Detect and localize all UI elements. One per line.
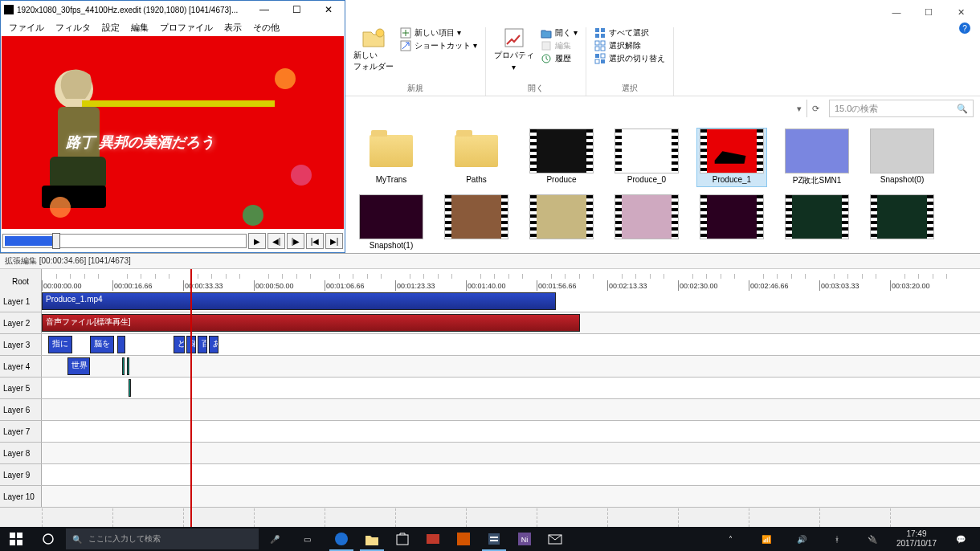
track[interactable]: 音声ファイル[標準再生] <box>42 312 980 333</box>
explorer-minimize-button[interactable]: — <box>880 3 913 21</box>
app-edge[interactable] <box>326 527 357 551</box>
layer-label[interactable]: Layer 10 <box>0 486 42 507</box>
layer-label[interactable]: Layer 7 <box>0 421 42 442</box>
file-item[interactable]: Produce <box>527 129 596 186</box>
start-button[interactable] <box>0 527 32 551</box>
go-end-button[interactable]: ▶| <box>325 233 343 249</box>
file-item[interactable]: Snapshot(1) <box>357 194 426 250</box>
track[interactable] <box>42 421 980 442</box>
file-item[interactable]: Paths <box>442 129 511 186</box>
nav-dropdown[interactable]: ▾ <box>797 104 802 114</box>
select-none-button[interactable]: 選択解除 <box>594 40 665 51</box>
track[interactable] <box>42 399 980 420</box>
menu-item[interactable]: ファイル <box>4 20 49 35</box>
bluetooth-icon[interactable]: ᚼ <box>821 527 853 551</box>
clip[interactable]: 百 <box>198 336 207 353</box>
mic-button[interactable]: 🎤 <box>259 527 291 551</box>
file-item[interactable]: MyTrans <box>357 129 426 186</box>
menu-item[interactable]: 設定 <box>97 20 125 35</box>
task-view-button[interactable]: ▭ <box>291 527 323 551</box>
clip[interactable]: 音声ファイル[標準再生] <box>42 314 580 332</box>
file-item[interactable]: Produce_1 <box>697 129 766 186</box>
explorer-maximize-button[interactable]: ☐ <box>913 3 945 21</box>
layer-label[interactable]: Layer 3 <box>0 334 42 355</box>
prev-frame-button[interactable]: ◀| <box>267 233 285 249</box>
clip[interactable]: Produce_1.mp4 <box>42 292 556 310</box>
app-orange[interactable] <box>448 527 479 551</box>
track[interactable]: 世界 <box>42 356 980 377</box>
clip[interactable]: ど <box>174 336 185 353</box>
layer-label[interactable]: Layer 2 <box>0 312 42 333</box>
explorer-close-button[interactable]: ✕ <box>945 3 977 21</box>
maximize-button[interactable]: ☐ <box>280 1 312 18</box>
file-item[interactable]: Produce_0 <box>612 129 681 186</box>
clip[interactable]: あ <box>209 336 218 353</box>
layer-label[interactable]: Layer 8 <box>0 443 42 463</box>
new-folder-button[interactable]: 新しい フォルダー <box>353 27 394 72</box>
volume-icon[interactable]: 🔊 <box>786 527 818 551</box>
app-explorer[interactable] <box>357 527 387 551</box>
menu-item[interactable]: フィルタ <box>51 20 96 35</box>
file-item[interactable]: Snapshot(0) <box>868 129 937 186</box>
file-item[interactable] <box>868 194 937 250</box>
file-item[interactable] <box>442 194 511 250</box>
layer-label[interactable]: Layer 9 <box>0 464 42 485</box>
clip[interactable] <box>129 379 131 397</box>
clip[interactable] <box>127 357 129 375</box>
search-input[interactable]: 15.0の検索 🔍 <box>829 100 974 117</box>
menu-item[interactable]: 表示 <box>219 20 247 35</box>
track[interactable]: Produce_1.mp4 <box>42 291 980 312</box>
tray-up-icon[interactable]: ˄ <box>715 527 747 551</box>
close-button[interactable]: ✕ <box>312 1 345 18</box>
track[interactable] <box>42 443 980 463</box>
layer-label[interactable]: Layer 5 <box>0 378 42 398</box>
clip[interactable] <box>117 336 125 353</box>
select-invert-button[interactable]: 選択の切り替え <box>594 53 665 64</box>
play-button[interactable]: ▶ <box>248 233 266 249</box>
minimize-button[interactable]: — <box>248 1 280 18</box>
file-item[interactable]: PZ敗北SMN1 <box>782 129 851 186</box>
track[interactable] <box>42 486 980 507</box>
clip[interactable]: 確 <box>186 336 196 353</box>
network-icon[interactable]: 📶 <box>750 527 782 551</box>
history-button[interactable]: 履歴 <box>541 53 578 64</box>
track[interactable] <box>42 378 980 398</box>
track[interactable]: 指に脳をど確百あ <box>42 334 980 355</box>
file-item[interactable] <box>782 194 851 250</box>
app-aviutl[interactable] <box>479 527 509 551</box>
refresh-button[interactable]: ⟳ <box>806 100 824 117</box>
clip[interactable]: 世界 <box>67 357 90 375</box>
cortana-button[interactable] <box>32 527 64 551</box>
menu-item[interactable]: 編集 <box>126 20 153 35</box>
taskbar-search[interactable]: 🔍 ここに入力して検索 <box>66 529 259 549</box>
title-bar[interactable]: 1920x1080_30fps_44100Hz.exedit (1920,108… <box>1 1 345 18</box>
layer-label[interactable]: Layer 6 <box>0 399 42 420</box>
properties-button[interactable]: プロパティ▾ <box>494 27 534 71</box>
select-all-button[interactable]: すべて選択 <box>594 27 665 39</box>
seek-bar[interactable] <box>2 234 247 248</box>
layer-label[interactable]: Layer 1 <box>0 291 42 312</box>
file-item[interactable] <box>697 194 766 250</box>
next-frame-button[interactable]: |▶ <box>287 233 304 249</box>
clip[interactable]: 指に <box>48 336 72 353</box>
go-start-button[interactable]: |◀ <box>306 233 324 249</box>
edit-button[interactable]: 編集 <box>541 40 578 51</box>
app-store[interactable] <box>387 527 418 551</box>
help-icon[interactable]: ? <box>959 22 970 34</box>
notifications-button[interactable]: 💬 <box>945 527 977 551</box>
clip[interactable]: 脳を <box>90 336 114 353</box>
clock[interactable]: 17:49 2017/10/17 <box>892 529 941 549</box>
app-purple[interactable]: Ni <box>509 527 540 551</box>
layer-label[interactable]: Layer 4 <box>0 356 42 377</box>
track[interactable] <box>42 464 980 485</box>
menu-item[interactable]: プロファイル <box>155 20 218 35</box>
power-icon[interactable]: 🔌 <box>856 527 888 551</box>
open-button[interactable]: 開く ▾ <box>541 27 578 39</box>
menu-item[interactable]: その他 <box>248 20 284 35</box>
preview-area[interactable]: 路丁 異邦の美酒だろう <box>2 36 344 229</box>
clip[interactable] <box>122 357 125 375</box>
file-item[interactable] <box>612 194 681 250</box>
app-red[interactable] <box>418 527 448 551</box>
app-mail[interactable] <box>540 527 570 551</box>
shortcut-button[interactable]: ショートカット ▾ <box>400 40 477 51</box>
